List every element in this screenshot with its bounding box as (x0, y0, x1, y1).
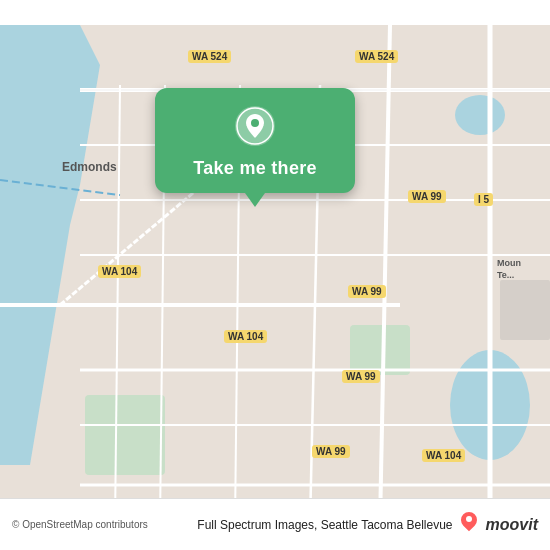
road-label-i5: I 5 (474, 193, 493, 206)
svg-point-3 (455, 95, 505, 135)
moovit-pin-dot (466, 516, 472, 522)
map-popup: Take me there (155, 88, 355, 193)
edmonds-label: Edmonds (62, 160, 117, 174)
svg-point-26 (251, 119, 259, 127)
location-text: Full Spectrum Images, Seattle Tacoma Bel… (197, 518, 452, 532)
road-label-wa104-2: WA 104 (224, 330, 267, 343)
road-label-wa99-4: WA 99 (312, 445, 350, 458)
svg-rect-4 (85, 395, 165, 475)
bottom-bar: © OpenStreetMap contributors Full Spectr… (0, 498, 550, 550)
attribution-text: © OpenStreetMap contributors (12, 519, 148, 530)
road-label-wa99-3: WA 99 (342, 370, 380, 383)
moovit-text: moovit (486, 516, 538, 534)
svg-rect-23 (500, 280, 550, 340)
moovit-logo: moovit (459, 512, 538, 538)
road-label-wa524-1: WA 524 (188, 50, 231, 63)
location-pin-icon (233, 104, 277, 148)
map-svg (0, 0, 550, 550)
mountain-label: MounTe... (497, 258, 521, 281)
road-label-wa524-2: WA 524 (355, 50, 398, 63)
road-label-wa99-1: WA 99 (408, 190, 446, 203)
bottom-right-section: Full Spectrum Images, Seattle Tacoma Bel… (197, 512, 538, 538)
road-label-wa104-1: WA 104 (98, 265, 141, 278)
road-label-wa104-3: WA 104 (422, 449, 465, 462)
svg-rect-5 (350, 325, 410, 375)
take-me-there-button[interactable]: Take me there (193, 158, 317, 179)
road-label-wa99-2: WA 99 (348, 285, 386, 298)
map-container: WA 524 WA 524 WA 99 WA 99 WA 99 WA 99 WA… (0, 0, 550, 550)
